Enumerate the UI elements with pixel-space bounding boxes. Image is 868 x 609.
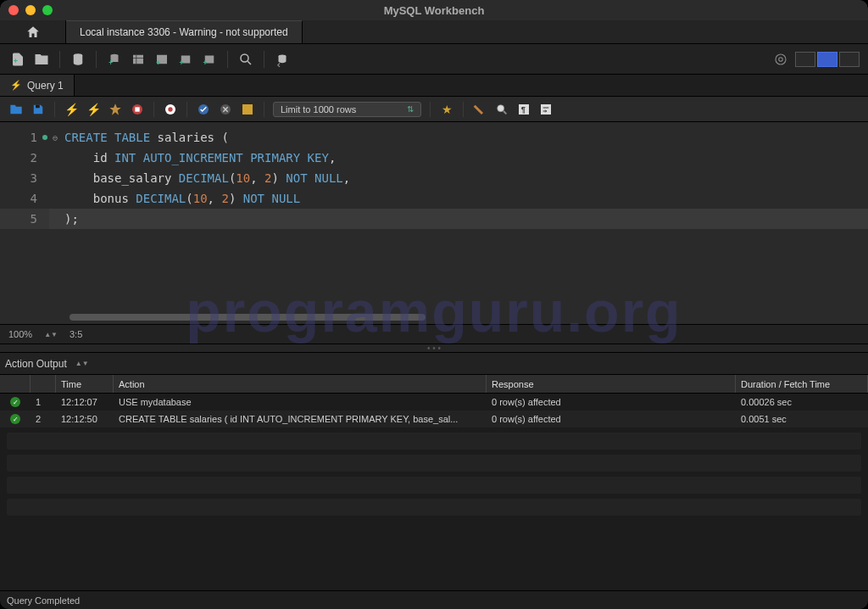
svg-line-28	[504, 111, 506, 114]
svg-rect-5	[133, 54, 143, 64]
svg-point-27	[498, 104, 504, 111]
svg-text:+: +	[14, 57, 18, 65]
output-header-label: Action Output	[5, 358, 67, 370]
col-action[interactable]: Action	[114, 375, 487, 393]
invisible-chars-icon[interactable]: ¶	[516, 102, 531, 117]
open-sql-script-icon[interactable]	[32, 50, 51, 69]
connection-tabbar: Local instance 3306 - Warning - not supp…	[0, 20, 868, 44]
output-header: Action Output ▲▼	[0, 353, 868, 375]
svg-text:+: +	[203, 59, 208, 66]
search-icon[interactable]	[236, 50, 255, 69]
editor-statusbar: 100% ▲▼ 3:5	[0, 324, 868, 344]
db-icon-4[interactable]: +	[176, 50, 195, 69]
rollback-icon[interactable]	[218, 102, 233, 117]
panel-left-toggle[interactable]	[795, 52, 815, 67]
stop-icon[interactable]	[130, 102, 145, 117]
svg-point-17	[779, 57, 783, 61]
col-duration[interactable]: Duration / Fetch Time	[736, 375, 868, 393]
limit-label: Limit to 1000 rows	[281, 104, 356, 115]
favorite-icon[interactable]: ★	[439, 102, 454, 117]
footer-text: Query Completed	[7, 595, 80, 606]
svg-point-14	[241, 54, 248, 62]
execute-current-icon[interactable]: ⚡	[86, 102, 101, 117]
window-title: MySQL Workbench	[384, 4, 485, 17]
code-area[interactable]: CREATE TABLE salaries ( id INT AUTO_INCR…	[49, 122, 868, 324]
db-icon-2[interactable]	[129, 50, 147, 69]
lightning-icon: ⚡	[10, 80, 22, 91]
svg-rect-26	[242, 104, 253, 115]
beautify-icon[interactable]	[472, 102, 487, 117]
line-gutter: 1⊖ 2 3 4 5	[0, 122, 49, 324]
blank-row	[7, 455, 861, 472]
connection-tab[interactable]: Local instance 3306 - Warning - not supp…	[66, 20, 303, 43]
explain-icon[interactable]	[108, 102, 123, 117]
query-tab[interactable]: ⚡ Query 1	[0, 75, 75, 96]
db-icon-1[interactable]: +	[105, 50, 124, 69]
cursor-position: 3:5	[70, 329, 82, 339]
col-time[interactable]: Time	[56, 375, 114, 393]
maximize-window-button[interactable]	[42, 5, 53, 15]
blank-row	[7, 477, 861, 494]
close-window-button[interactable]	[8, 5, 19, 15]
svg-rect-31	[541, 104, 551, 115]
splitter[interactable]: • • •	[0, 344, 868, 353]
col-response[interactable]: Response	[487, 375, 736, 393]
svg-text:+: +	[180, 59, 184, 66]
panel-right-toggle[interactable]	[839, 52, 860, 67]
home-icon	[25, 25, 41, 40]
reconnect-icon[interactable]	[273, 50, 292, 69]
no-limit-icon[interactable]	[163, 102, 178, 117]
svg-text:+: +	[156, 59, 160, 66]
svg-text:¶: ¶	[521, 105, 526, 114]
gear-icon[interactable]	[771, 50, 790, 69]
titlebar: MySQL Workbench	[0, 0, 868, 20]
autocommit-icon[interactable]	[240, 102, 255, 117]
output-dropdown-icon[interactable]: ▲▼	[75, 360, 89, 367]
server-status-icon[interactable]	[69, 50, 87, 69]
zoom-arrow-icon: ▲▼	[44, 331, 58, 338]
home-tab[interactable]	[0, 20, 66, 43]
zoom-level[interactable]: 100%	[8, 329, 32, 339]
limit-rows-select[interactable]: Limit to 1000 rows ⇅	[273, 102, 421, 117]
svg-point-23	[168, 107, 172, 111]
save-icon[interactable]	[31, 102, 46, 117]
svg-text:+: +	[108, 59, 113, 66]
db-icon-5[interactable]: +	[200, 50, 219, 69]
svg-rect-19	[36, 104, 40, 108]
commit-icon[interactable]	[196, 102, 211, 117]
execute-icon[interactable]: ⚡	[64, 102, 79, 117]
output-table: Time Action Response Duration / Fetch Ti…	[0, 375, 868, 590]
find-icon[interactable]	[494, 102, 509, 117]
svg-point-18	[776, 54, 786, 64]
table-row[interactable]: ✓ 2 12:12:50 CREATE TABLE salaries ( id …	[0, 411, 868, 427]
query-tab-label: Query 1	[27, 80, 64, 92]
dropdown-arrow-icon: ⇅	[407, 104, 414, 114]
query-tabbar: ⚡ Query 1	[0, 75, 868, 97]
blank-row	[7, 499, 861, 516]
db-icon-3[interactable]: +	[153, 50, 171, 69]
open-file-icon[interactable]	[8, 102, 24, 117]
footer-statusbar: Query Completed	[0, 590, 868, 609]
panel-bottom-toggle[interactable]	[817, 52, 837, 67]
svg-line-15	[248, 61, 251, 64]
minimize-window-button[interactable]	[25, 5, 36, 15]
editor-toolbar: ⚡ ⚡ Limit to 1000 rows ⇅ ★ ¶	[0, 97, 868, 122]
svg-rect-21	[135, 107, 139, 111]
new-sql-tab-icon[interactable]: +	[8, 50, 27, 69]
sql-editor[interactable]: 1⊖ 2 3 4 5 CREATE TABLE salaries ( id IN…	[0, 122, 868, 324]
success-icon: ✓	[10, 414, 20, 424]
blank-row	[7, 433, 861, 450]
main-toolbar: + + + + +	[0, 44, 868, 75]
horizontal-scrollbar[interactable]	[70, 314, 426, 321]
table-row[interactable]: ✓ 1 12:12:07 USE mydatabase 0 row(s) aff…	[0, 394, 868, 411]
success-icon: ✓	[10, 397, 20, 407]
wrap-icon[interactable]	[538, 102, 554, 117]
